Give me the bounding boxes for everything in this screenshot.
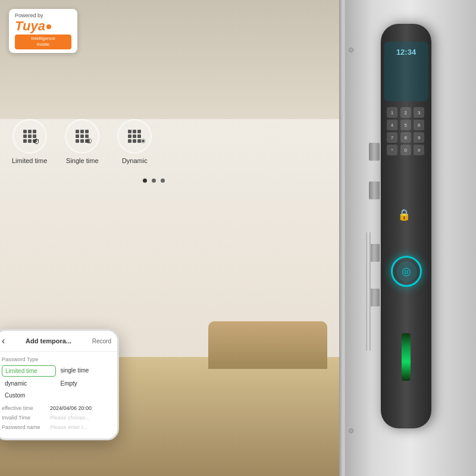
key-8[interactable]: 8 — [400, 132, 411, 143]
lock-mechanism — [369, 143, 381, 306]
dynamic-icon: ✳ — [117, 119, 152, 154]
lock-keypad[interactable]: 1 2 3 4 5 6 7 8 9 * 0 # — [387, 107, 425, 155]
key-hash[interactable]: # — [414, 145, 424, 155]
dynamic-label: Dynamic — [122, 157, 148, 164]
key-5[interactable]: 5 — [400, 120, 411, 130]
phone-title: Add tempora... — [26, 337, 71, 345]
key-0[interactable]: 0 — [400, 145, 411, 155]
dot-3 — [161, 178, 165, 183]
phone-mockup: ‹ Add tempora... Record Password Type Li… — [0, 329, 119, 440]
lock-symbol: 🔒 — [397, 208, 411, 221]
key-star[interactable]: * — [387, 145, 397, 155]
effective-time-field: effective time 2024/04/06 20:00 — [2, 405, 111, 411]
password-type-label: Password Type — [2, 356, 111, 362]
screw — [349, 428, 353, 433]
limited-time-icon: ⏱ — [12, 119, 47, 154]
phone-screen: ‹ Add tempora... Record Password Type Li… — [0, 331, 117, 439]
latch-bolt-1 — [369, 143, 380, 161]
latch-bolt-2 — [369, 181, 380, 199]
smart-lock: 12:34 1 2 3 4 5 6 7 8 9 * 0 # 🔒 ◎ — [369, 24, 446, 428]
invalid-time-field[interactable]: Invalid Time Please choose... — [2, 415, 111, 421]
dot-2 — [152, 178, 156, 183]
key-6[interactable]: 6 — [414, 120, 424, 130]
pw-type-empty[interactable]: Empty — [58, 378, 112, 389]
effective-time-label: effective time — [2, 405, 46, 411]
fingerprint-icon: ◎ — [396, 261, 417, 282]
tuya-powered-text: Powered by — [15, 12, 71, 18]
tuya-badge: Powered by Tuya IntelligenceInside — [9, 9, 77, 53]
invalid-time-label: Invalid Time — [2, 415, 46, 421]
invalid-time-placeholder: Please choose... — [50, 415, 111, 421]
dot-1 — [143, 178, 147, 183]
key-2[interactable]: 2 — [400, 107, 411, 118]
features-row: ⏱ Limited time ① Single time — [12, 119, 152, 164]
tuya-logo: Tuya — [15, 20, 71, 33]
pw-type-single[interactable]: single time — [58, 365, 112, 377]
single-time-icon: ① — [65, 119, 99, 154]
lock-display: 12:34 — [384, 42, 428, 101]
effective-time-value: 2024/04/06 20:00 — [50, 405, 111, 411]
phone-body: Password Type Limited time single time d… — [0, 352, 117, 439]
lock-body: 12:34 1 2 3 4 5 6 7 8 9 * 0 # 🔒 ◎ — [381, 24, 431, 428]
limited-time-label: Limited time — [12, 157, 47, 164]
pw-type-dynamic[interactable]: dynamic — [2, 378, 56, 389]
phone-container: ‹ Add tempora... Record Password Type Li… — [0, 329, 131, 440]
feature-single-time: ① Single time — [65, 119, 99, 164]
tuya-dot — [46, 24, 51, 29]
pw-type-limited[interactable]: Limited time — [2, 365, 56, 377]
key-1[interactable]: 1 — [387, 107, 397, 118]
key-4[interactable]: 4 — [387, 120, 397, 130]
phone-record-button[interactable]: Record — [92, 338, 111, 345]
feature-limited-time: ⏱ Limited time — [12, 119, 47, 164]
led-indicator — [402, 333, 411, 381]
key-3[interactable]: 3 — [414, 107, 424, 118]
fingerprint-scanner[interactable]: ◎ — [391, 256, 422, 287]
phone-back-button[interactable]: ‹ — [2, 336, 5, 346]
password-name-placeholder: Please enter t... — [50, 424, 111, 430]
password-name-label: Password name — [2, 424, 46, 430]
sofa-decoration — [208, 321, 327, 369]
key-9[interactable]: 9 — [414, 132, 424, 143]
password-name-field[interactable]: Password name Please enter t... — [2, 424, 111, 430]
lock-time: 12:34 — [396, 48, 416, 57]
feature-dynamic: ✳ Dynamic — [117, 119, 152, 164]
tuya-tagline: IntelligenceInside — [15, 35, 71, 49]
single-time-label: Single time — [66, 157, 98, 164]
screw — [349, 48, 353, 52]
key-7[interactable]: 7 — [387, 132, 397, 143]
page-dots — [143, 178, 165, 183]
password-type-grid: Limited time single time dynamic Empty C… — [2, 365, 111, 400]
strike-plate — [366, 232, 371, 351]
pw-type-custom[interactable]: Custom — [2, 390, 56, 400]
phone-header: ‹ Add tempora... Record — [0, 331, 117, 352]
